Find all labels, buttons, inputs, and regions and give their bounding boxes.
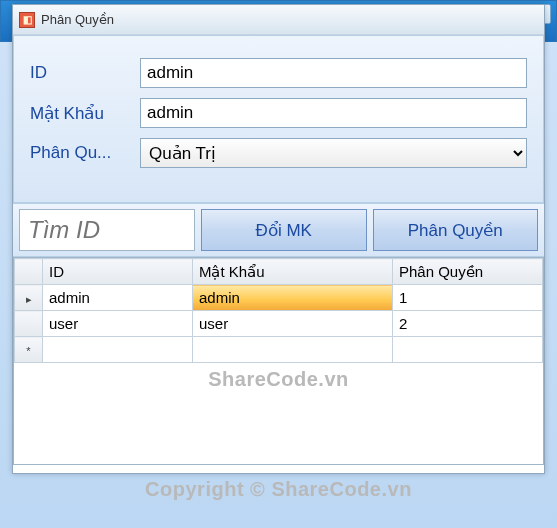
password-input[interactable]: [140, 98, 527, 128]
cell-id[interactable]: admin: [43, 285, 193, 311]
grid-header-row: ID Mật Khẩu Phân Quyền: [15, 259, 543, 285]
app-icon: ◧: [19, 12, 35, 28]
new-row[interactable]: *: [15, 337, 543, 363]
table-row[interactable]: user user 2: [15, 311, 543, 337]
id-input[interactable]: [140, 58, 527, 88]
cell-id[interactable]: [43, 337, 193, 363]
row-indicator: ▸: [15, 285, 43, 311]
form-panel: ID Mật Khẩu Phân Qu... Quản Trị: [13, 35, 544, 203]
cell-role[interactable]: 1: [393, 285, 543, 311]
grid-header-role[interactable]: Phân Quyền: [393, 259, 543, 285]
cell-id[interactable]: user: [43, 311, 193, 337]
role-select[interactable]: Quản Trị: [140, 138, 527, 168]
cell-pw[interactable]: user: [193, 311, 393, 337]
cell-role[interactable]: 2: [393, 311, 543, 337]
data-grid[interactable]: ID Mật Khẩu Phân Quyền ▸ admin admin 1 u…: [13, 257, 544, 465]
role-label: Phân Qu...: [30, 143, 140, 163]
grid-corner: [15, 259, 43, 285]
cell-pw[interactable]: admin: [193, 285, 393, 311]
row-indicator: [15, 311, 43, 337]
row-indicator: *: [15, 337, 43, 363]
dialog-titlebar[interactable]: ◧ Phân Quyền: [13, 5, 544, 35]
dialog-title: Phân Quyền: [41, 12, 114, 27]
cell-role[interactable]: [393, 337, 543, 363]
grid-header-id[interactable]: ID: [43, 259, 193, 285]
change-password-button[interactable]: Đổi MK: [201, 209, 367, 251]
password-label: Mật Khẩu: [30, 103, 140, 124]
button-row: Đổi MK Phân Quyền: [13, 203, 544, 257]
dialog-window: ◧ Phân Quyền ID Mật Khẩu Phân Qu... Quản…: [12, 4, 545, 474]
search-input[interactable]: [19, 209, 195, 251]
cell-pw[interactable]: [193, 337, 393, 363]
grid-header-pw[interactable]: Mật Khẩu: [193, 259, 393, 285]
id-label: ID: [30, 63, 140, 83]
table-row[interactable]: ▸ admin admin 1: [15, 285, 543, 311]
assign-role-button[interactable]: Phân Quyền: [373, 209, 539, 251]
